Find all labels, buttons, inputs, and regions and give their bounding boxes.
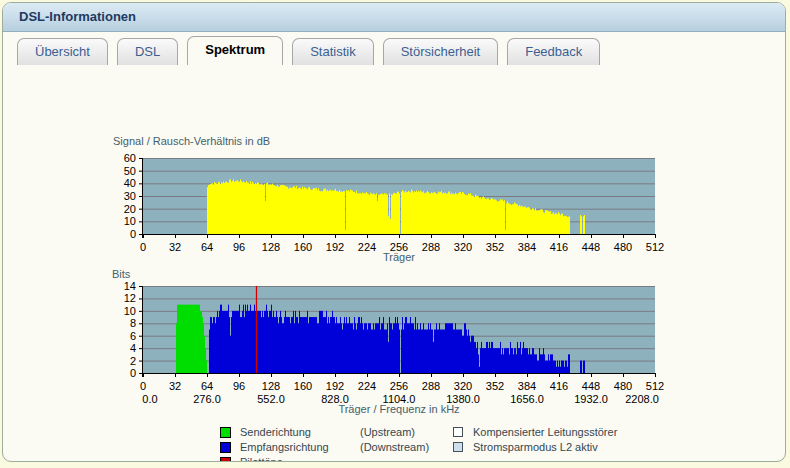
legend-label-0: Senderichtung xyxy=(240,426,311,438)
svg-text:50: 50 xyxy=(124,165,136,177)
svg-text:8: 8 xyxy=(130,317,136,329)
svg-text:2: 2 xyxy=(130,355,136,367)
snr-chart: 0102030405060032649612816019222425628832… xyxy=(105,130,671,268)
svg-text:0.0: 0.0 xyxy=(142,393,157,405)
svg-text:256: 256 xyxy=(390,380,408,392)
svg-text:40: 40 xyxy=(124,177,136,189)
legend-label-2: Pilottöne xyxy=(240,456,283,462)
svg-text:60: 60 xyxy=(124,152,136,164)
legend-swatch-1 xyxy=(220,442,231,453)
svg-text:0: 0 xyxy=(130,228,136,240)
svg-text:416: 416 xyxy=(550,241,568,253)
svg-text:10: 10 xyxy=(124,215,136,227)
legend-swatch-2 xyxy=(220,457,231,462)
svg-text:224: 224 xyxy=(358,241,376,253)
flag-label-0: Kompensierter Leitungsstörer xyxy=(473,426,617,438)
spektrum-panel: 0102030405060032649612816019222425628832… xyxy=(3,65,785,460)
svg-text:32: 32 xyxy=(169,241,181,253)
svg-text:480: 480 xyxy=(614,241,632,253)
svg-text:128: 128 xyxy=(262,380,280,392)
svg-text:288: 288 xyxy=(422,241,440,253)
window-title: DSL-Informationen xyxy=(19,9,136,24)
svg-text:1932.0: 1932.0 xyxy=(574,393,608,405)
tab-dsl[interactable]: DSL xyxy=(117,38,178,65)
svg-text:0: 0 xyxy=(140,241,146,253)
svg-text:512: 512 xyxy=(646,380,664,392)
svg-text:384: 384 xyxy=(518,380,536,392)
svg-text:Bits: Bits xyxy=(112,268,131,280)
svg-text:Träger: Träger xyxy=(383,251,415,263)
svg-text:320: 320 xyxy=(454,380,472,392)
svg-text:2208.0: 2208.0 xyxy=(625,393,659,405)
svg-text:0: 0 xyxy=(130,367,136,379)
page: { "window": { "title": "DSL-Informatione… xyxy=(0,0,790,468)
svg-text:20: 20 xyxy=(124,203,136,215)
svg-text:160: 160 xyxy=(294,380,312,392)
svg-text:4: 4 xyxy=(130,342,136,354)
svg-text:96: 96 xyxy=(233,241,245,253)
svg-text:1656.0: 1656.0 xyxy=(510,393,544,405)
svg-text:128: 128 xyxy=(262,241,280,253)
svg-text:192: 192 xyxy=(326,241,344,253)
legend: Senderichtung(Upstream)Empfangsrichtung(… xyxy=(3,423,785,462)
svg-text:384: 384 xyxy=(518,241,536,253)
svg-text:320: 320 xyxy=(454,241,472,253)
svg-text:Träger / Frequenz in kHz: Träger / Frequenz in kHz xyxy=(338,403,459,415)
svg-text:276.0: 276.0 xyxy=(193,393,221,405)
svg-text:288: 288 xyxy=(422,380,440,392)
legend-sublabel-1: (Downstream) xyxy=(360,441,429,453)
dsl-info-window: DSL-Informationen ÜbersichtDSLSpektrumSt… xyxy=(2,2,786,462)
tab-bar: ÜbersichtDSLSpektrumStatistikStörsicherh… xyxy=(3,32,785,65)
flag-checkbox-1 xyxy=(453,442,463,452)
legend-label-1: Empfangsrichtung xyxy=(240,441,329,453)
svg-text:352: 352 xyxy=(486,241,504,253)
flag-label-1: Stromsparmodus L2 aktiv xyxy=(473,441,598,453)
svg-text:64: 64 xyxy=(201,380,213,392)
svg-text:6: 6 xyxy=(130,330,136,342)
svg-text:64: 64 xyxy=(201,241,213,253)
svg-text:160: 160 xyxy=(294,241,312,253)
svg-text:448: 448 xyxy=(582,241,600,253)
svg-text:352: 352 xyxy=(486,380,504,392)
svg-text:12: 12 xyxy=(124,292,136,304)
svg-text:32: 32 xyxy=(169,380,181,392)
tab-uebersicht[interactable]: Übersicht xyxy=(17,38,108,65)
legend-swatch-0 xyxy=(220,427,231,438)
tab-stoersicherheit[interactable]: Störsicherheit xyxy=(383,38,498,65)
window-titlebar: DSL-Informationen xyxy=(3,3,785,32)
svg-text:224: 224 xyxy=(358,380,376,392)
svg-text:416: 416 xyxy=(550,380,568,392)
svg-text:14: 14 xyxy=(124,280,136,292)
legend-sublabel-0: (Upstream) xyxy=(360,426,415,438)
svg-text:0: 0 xyxy=(140,380,146,392)
svg-text:552.0: 552.0 xyxy=(257,393,285,405)
svg-text:480: 480 xyxy=(614,380,632,392)
svg-text:Signal / Rausch-Verhältnis in: Signal / Rausch-Verhältnis in dB xyxy=(113,135,270,147)
flag-checkbox-0 xyxy=(453,427,463,437)
svg-text:30: 30 xyxy=(124,190,136,202)
svg-text:10: 10 xyxy=(124,305,136,317)
tab-statistik[interactable]: Statistik xyxy=(292,38,374,65)
tab-spektrum[interactable]: Spektrum xyxy=(187,36,283,65)
bits-chart: 0246810121403264961281601922242562883203… xyxy=(105,265,671,420)
svg-text:448: 448 xyxy=(582,380,600,392)
tab-feedback[interactable]: Feedback xyxy=(507,38,600,65)
svg-text:512: 512 xyxy=(646,241,664,253)
svg-text:192: 192 xyxy=(326,380,344,392)
svg-text:96: 96 xyxy=(233,380,245,392)
